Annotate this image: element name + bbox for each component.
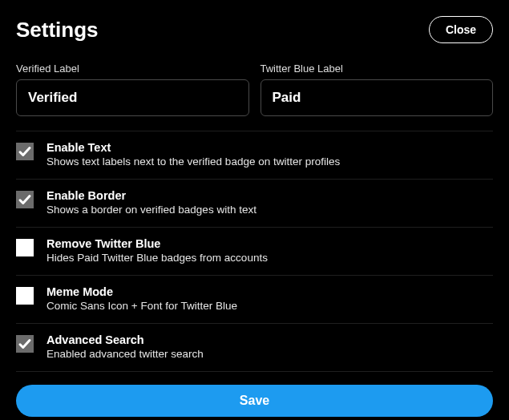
option-checkbox[interactable] [16, 191, 34, 208]
option-checkbox[interactable] [16, 143, 34, 160]
twitter-blue-label-input[interactable] [261, 79, 494, 116]
option-desc: Enabled advanced twitter search [46, 348, 493, 360]
verified-label-caption: Verified Label [16, 63, 249, 75]
twitter-blue-label-field: Twitter Blue Label [261, 63, 494, 116]
option-desc: Hides Paid Twitter Blue badges from acco… [46, 252, 493, 264]
option-text: Enable BorderShows a border on verified … [46, 189, 493, 216]
option-row: Advanced SearchEnabled advanced twitter … [16, 324, 493, 372]
option-desc: Comic Sans Icon + Font for Twitter Blue [46, 300, 493, 312]
option-title: Remove Twitter Blue [46, 237, 493, 250]
option-row: Enable BorderShows a border on verified … [16, 180, 493, 228]
verified-label-field: Verified Label [16, 63, 249, 116]
save-button[interactable]: Save [16, 385, 493, 417]
option-title: Enable Text [46, 141, 493, 154]
close-button[interactable]: Close [429, 16, 493, 43]
option-text: Meme ModeComic Sans Icon + Font for Twit… [46, 285, 493, 312]
option-title: Enable Border [46, 189, 493, 202]
footer: Save [16, 372, 493, 417]
option-desc: Shows text labels next to the verified b… [46, 155, 493, 168]
option-desc: Shows a border on verified badges with t… [46, 204, 493, 216]
page-title: Settings [16, 18, 99, 42]
fields-row: Verified Label Twitter Blue Label [16, 63, 493, 116]
option-row: Meme ModeComic Sans Icon + Font for Twit… [16, 276, 493, 324]
verified-label-input[interactable] [16, 79, 249, 116]
option-checkbox[interactable] [16, 287, 34, 305]
option-text: Remove Twitter BlueHides Paid Twitter Bl… [46, 237, 493, 264]
twitter-blue-label-caption: Twitter Blue Label [261, 63, 494, 75]
option-text: Advanced SearchEnabled advanced twitter … [46, 333, 493, 360]
option-checkbox[interactable] [16, 335, 34, 353]
option-title: Meme Mode [46, 285, 493, 298]
option-row: Remove Twitter BlueHides Paid Twitter Bl… [16, 228, 493, 276]
option-row: Enable TextShows text labels next to the… [16, 131, 493, 180]
option-title: Advanced Search [46, 333, 493, 346]
option-checkbox[interactable] [16, 239, 34, 256]
option-text: Enable TextShows text labels next to the… [46, 141, 493, 168]
header: Settings Close [16, 16, 493, 43]
options-list: Enable TextShows text labels next to the… [16, 131, 493, 372]
